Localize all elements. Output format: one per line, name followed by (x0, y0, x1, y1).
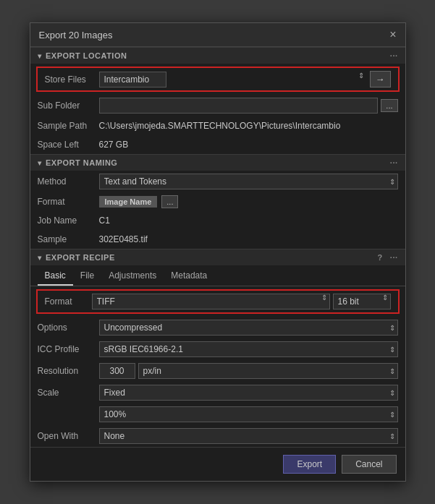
open-with-select[interactable]: None (99, 428, 398, 444)
format-label: Format (45, 296, 92, 307)
store-files-label: Store Files (45, 74, 99, 85)
scale-select[interactable]: Fixed (99, 385, 398, 401)
sub-folder-label: Sub Folder (38, 101, 99, 111)
job-name-value: C1 (99, 215, 398, 226)
sample-row: Sample 302E0485.tif (30, 230, 405, 249)
resolution-input[interactable]: 300 (99, 363, 135, 379)
tab-file[interactable]: File (73, 267, 101, 286)
scale-percent-wrap: 100% ⇕ (99, 406, 398, 422)
bit-select-wrap: 16 bit ⇕ (333, 294, 391, 309)
export-location-header: ▾ EXPORT LOCATION ··· (30, 47, 405, 64)
sample-path-value: C:\Users\jmojeda.SMARTTECHNOLOGY\Picture… (99, 121, 398, 131)
icc-profile-label: ICC Profile (38, 344, 99, 354)
naming-format-dots-button[interactable]: ... (161, 195, 178, 208)
export-location-label: EXPORT LOCATION (46, 51, 127, 60)
space-left-row: Space Left 627 GB (30, 135, 405, 154)
format-row: Format TIFF ⇕ 16 bit ⇕ (36, 289, 400, 314)
export-naming-header: ▾ EXPORT NAMING ··· (30, 154, 405, 171)
open-with-select-wrap: None ⇕ (99, 428, 398, 444)
title-bar: Export 20 Images × (30, 23, 405, 47)
naming-format-label: Format (38, 197, 99, 207)
store-files-select[interactable]: Intercambio (99, 72, 166, 87)
sample-value: 302E0485.tif (99, 234, 398, 244)
icc-profile-row: ICC Profile sRGB IEC61966-2.1 ⇕ (30, 338, 405, 360)
naming-format-badge: Image Name (99, 196, 158, 208)
scale-percent-row: 100% ⇕ (30, 403, 405, 425)
scale-select-wrap: Fixed ⇕ (99, 385, 398, 401)
export-naming-label: EXPORT NAMING (46, 158, 117, 167)
method-label: Method (38, 176, 99, 187)
question-icon[interactable]: ? (378, 253, 383, 262)
export-recipe-header: ▾ EXPORT RECIPE ? ··· (30, 249, 405, 265)
navigate-button[interactable]: → (370, 71, 391, 87)
resolution-row: Resolution 300 px/in ⇕ (30, 360, 405, 382)
store-files-select-wrap: Intercambio ⇕ (99, 72, 367, 87)
close-button[interactable]: × (389, 29, 396, 40)
method-row: Method Text and Tokens ⇕ (30, 171, 405, 192)
bit-depth-select[interactable]: 16 bit (333, 294, 391, 309)
chevron-icon: ▾ (38, 52, 42, 60)
export-location-dots[interactable]: ··· (390, 51, 398, 60)
export-dialog: Export 20 Images × ▾ EXPORT LOCATION ···… (30, 22, 406, 482)
cancel-button[interactable]: Cancel (342, 455, 396, 474)
sub-folder-row: Sub Folder ... (30, 95, 405, 116)
sample-path-label: Sample Path (38, 121, 99, 131)
method-select[interactable]: Text and Tokens (99, 174, 398, 189)
resolution-unit-select[interactable]: px/in (138, 363, 398, 379)
tab-metadata[interactable]: Metadata (164, 267, 214, 286)
space-left-value: 627 GB (99, 140, 398, 150)
store-files-arrow-icon: ⇕ (358, 72, 364, 80)
scale-row: Scale Fixed ⇕ (30, 382, 405, 403)
icc-select[interactable]: sRGB IEC61966-2.1 (99, 341, 398, 357)
format-select[interactable]: TIFF (92, 294, 330, 309)
method-select-wrap: Text and Tokens ⇕ (99, 174, 398, 189)
export-recipe-dots[interactable]: ··· (390, 253, 398, 262)
chevron-icon-2: ▾ (38, 159, 42, 167)
tab-basic[interactable]: Basic (38, 267, 73, 286)
format-select-wrap: TIFF ⇕ (92, 294, 330, 309)
scale-label: Scale (38, 388, 99, 398)
resolution-unit-wrap: px/in ⇕ (138, 363, 398, 379)
job-name-label: Job Name (38, 215, 99, 226)
export-naming-dots[interactable]: ··· (390, 158, 398, 167)
open-with-row: Open With None ⇕ (30, 425, 405, 447)
store-files-row: Store Files Intercambio ⇕ → (36, 67, 400, 92)
dialog-content: ▾ EXPORT LOCATION ··· Store Files Interc… (30, 47, 405, 447)
sample-path-row: Sample Path C:\Users\jmojeda.SMARTTECHNO… (30, 116, 405, 135)
resolution-label: Resolution (38, 366, 99, 376)
options-select-wrap: Uncompressed ⇕ (99, 320, 398, 336)
export-button[interactable]: Export (283, 455, 336, 474)
dialog-footer: Export Cancel (30, 447, 405, 481)
tabs-row: Basic File Adjustments Metadata (30, 267, 405, 286)
space-left-label: Space Left (38, 140, 99, 150)
sub-folder-browse-button[interactable]: ... (381, 99, 397, 112)
job-name-row: Job Name C1 (30, 211, 405, 230)
icc-select-wrap: sRGB IEC61966-2.1 ⇕ (99, 341, 398, 357)
tab-adjustments[interactable]: Adjustments (101, 267, 164, 286)
open-with-label: Open With (38, 431, 99, 441)
export-recipe-label: EXPORT RECIPE (46, 253, 115, 262)
sub-folder-input[interactable] (99, 98, 379, 114)
sample-label: Sample (38, 234, 99, 244)
naming-format-row: Format Image Name ... (30, 192, 405, 211)
options-row: Options Uncompressed ⇕ (30, 317, 405, 338)
options-select[interactable]: Uncompressed (99, 320, 398, 336)
options-label: Options (38, 323, 99, 333)
scale-percent-select[interactable]: 100% (99, 406, 398, 422)
chevron-icon-3: ▾ (38, 254, 42, 262)
dialog-title: Export 20 Images (39, 30, 113, 40)
